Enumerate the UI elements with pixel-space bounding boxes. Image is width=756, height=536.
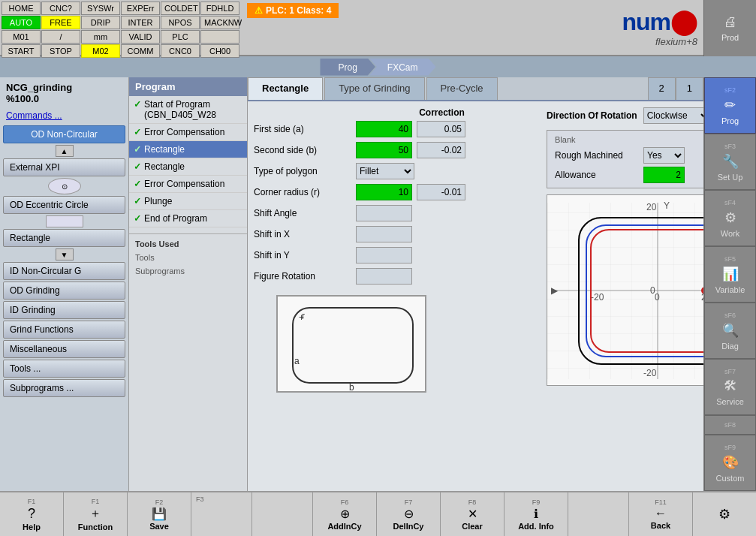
- btn-external-xpi[interactable]: External XPI: [3, 158, 125, 176]
- btn-plc[interactable]: PLC: [161, 30, 200, 44]
- btn-fdhld[interactable]: FDHLD: [200, 2, 239, 15]
- subprograms-label: Subprograms: [129, 264, 247, 278]
- btn-syswr[interactable]: SYSWr: [81, 2, 120, 15]
- figure-rotation-input[interactable]: [356, 268, 412, 285]
- program-item-3[interactable]: ✓ Rectangle: [129, 158, 247, 176]
- breadcrumb-prog[interactable]: Prog: [320, 59, 375, 76]
- btn-experr[interactable]: EXPErr: [121, 2, 160, 15]
- tab-pre-cycle[interactable]: Pre-Cycle: [426, 77, 498, 100]
- btn-start[interactable]: START: [2, 44, 41, 58]
- btn-tools[interactable]: Tools ...: [3, 360, 125, 378]
- first-side-input[interactable]: [356, 121, 412, 137]
- program-item-6[interactable]: ✓ End of Program: [129, 210, 247, 227]
- btn-free[interactable]: FREE: [41, 16, 80, 29]
- btn-back[interactable]: F11 ← Back: [629, 492, 693, 536]
- btn-help[interactable]: F1 ? Help: [0, 492, 64, 536]
- btn-home[interactable]: HOME: [2, 2, 41, 15]
- tab-type-grinding[interactable]: Type of Grinding: [324, 77, 424, 100]
- second-side-input[interactable]: [356, 142, 412, 158]
- rsb-btn-custom[interactable]: sF9 🎨 Custom: [704, 435, 756, 491]
- btn-ch00[interactable]: CH00: [200, 44, 239, 58]
- tab-number-2[interactable]: 2: [648, 77, 676, 100]
- program-item-0[interactable]: ✓ Start of Program (CBN_D405_W28: [129, 96, 247, 124]
- shift-angle-label: Shift Angle: [254, 208, 351, 218]
- btn-settings[interactable]: ⚙: [693, 492, 756, 536]
- program-item-2[interactable]: ✓ Rectangle: [129, 141, 247, 158]
- bottom-toolbar: F1 ? Help F1 ＋ Function F2 💾 Save F3 F6 …: [0, 491, 756, 536]
- rect-shape-btn[interactable]: [46, 215, 83, 227]
- btn-miscellaneous[interactable]: Miscellaneous: [3, 340, 125, 358]
- rough-machined-select[interactable]: Yes No: [643, 147, 685, 164]
- shift-x-input[interactable]: [356, 226, 412, 242]
- tab-rectangle[interactable]: Rectangle: [248, 77, 323, 100]
- btn-cnc0[interactable]: CNC0: [161, 44, 200, 58]
- shift-angle-input[interactable]: [356, 205, 412, 221]
- rsb-btn-service[interactable]: sF7 🛠 Service: [704, 359, 756, 415]
- shift-x-label: Shift in X: [254, 229, 351, 239]
- rsb-btn-variable[interactable]: sF5 📊 Variable: [704, 246, 756, 303]
- btn-macknw[interactable]: MACKNW: [200, 16, 239, 29]
- btn-drip[interactable]: DRIP: [81, 16, 120, 29]
- tools-label: Tools: [129, 251, 247, 264]
- commands-label[interactable]: Commands ...: [3, 109, 125, 122]
- btn-addincy[interactable]: F6 ⊕ AddInCy: [313, 492, 377, 536]
- nav-down-btn[interactable]: ▼: [56, 248, 74, 260]
- allowance-input[interactable]: [643, 167, 685, 183]
- rsb-btn-work[interactable]: sF4 ⚙ Work: [704, 190, 756, 246]
- rsb-btn-diag[interactable]: sF6 🔍 Diag: [704, 303, 756, 359]
- btn-auto[interactable]: AUTO: [2, 16, 41, 29]
- btn-comm[interactable]: COMM: [121, 44, 160, 58]
- btn-mm[interactable]: mm: [81, 30, 120, 44]
- btn-clear[interactable]: F8 ✕ Clear: [441, 492, 505, 536]
- second-side-correction[interactable]: [417, 142, 465, 158]
- btn-slash[interactable]: /: [41, 30, 80, 44]
- rsb-btn-setup[interactable]: sF3 🔧 Set Up: [704, 134, 756, 190]
- first-side-correction[interactable]: [417, 121, 465, 137]
- btn-function[interactable]: F1 ＋ Function: [64, 492, 128, 536]
- svg-text:-20: -20: [591, 292, 604, 303]
- program-item-1[interactable]: ✓ Error Compensation: [129, 124, 247, 141]
- program-item-4[interactable]: ✓ Error Compensation: [129, 176, 247, 193]
- btn-m02[interactable]: M02: [81, 44, 120, 58]
- btn-f3-empty: F3: [191, 492, 252, 536]
- btn-stop[interactable]: STOP: [41, 44, 80, 58]
- btn-m01[interactable]: M01: [2, 30, 41, 44]
- btn-save[interactable]: F2 💾 Save: [128, 492, 191, 536]
- shape-preview: + r a b: [276, 295, 426, 393]
- btn-inter[interactable]: INTER: [121, 16, 160, 29]
- btn-add-info[interactable]: F9 ℹ Add. Info: [505, 492, 568, 536]
- rsb-btn-prod[interactable]: 🖨 Prod: [703, 0, 756, 56]
- shift-x-row: Shift in X: [254, 226, 539, 242]
- corner-radius-input[interactable]: [356, 184, 412, 200]
- check-icon-4: ✓: [134, 179, 141, 189]
- btn-delincy[interactable]: F7 ⊖ DelInCy: [377, 492, 441, 536]
- btn-od-non-circular[interactable]: OD Non-Circular: [3, 125, 125, 143]
- btn-od-eccentric-circle[interactable]: OD Eccentric Circle: [3, 196, 125, 214]
- corner-radius-correction[interactable]: [417, 184, 465, 200]
- btn-coldet[interactable]: COLDET: [161, 2, 200, 15]
- btn-id-grinding[interactable]: ID Grinding: [3, 301, 125, 319]
- custom-rsb-icon: 🎨: [722, 454, 739, 471]
- program-item-5[interactable]: ✓ Plunge: [129, 193, 247, 210]
- type-polygon-row: Type of polygon Fillet Chamfer None: [254, 163, 539, 179]
- btn-grind-functions[interactable]: Grind Functions: [3, 321, 125, 339]
- btn-f10-empty: [568, 492, 629, 536]
- shift-y-input[interactable]: [356, 247, 412, 263]
- btn-valid[interactable]: VALID: [121, 30, 160, 44]
- btn-od-grinding[interactable]: OD Grinding: [3, 282, 125, 300]
- nav-up-btn[interactable]: ▲: [56, 145, 74, 157]
- direction-select[interactable]: Clockwise Counter-CW: [643, 107, 703, 124]
- btn-id-non-circular[interactable]: ID Non-Circular G: [3, 262, 125, 280]
- btn-npos[interactable]: NPOS: [161, 16, 200, 29]
- btn-subprograms[interactable]: Subprograms ...: [3, 379, 125, 397]
- type-polygon-select[interactable]: Fillet Chamfer None: [356, 163, 414, 179]
- breadcrumb-fxcam[interactable]: FXCam: [369, 59, 436, 76]
- content-area: Rectangle Type of Grinding Pre-Cycle 2 1…: [248, 77, 703, 491]
- rsb-btn-prog[interactable]: sF2 ✏ Prog: [704, 77, 756, 134]
- rsb-btn-sf8[interactable]: sF8: [704, 415, 756, 435]
- btn-cnc[interactable]: CNC?: [41, 2, 80, 15]
- btn-rectangle[interactable]: Rectangle: [3, 229, 125, 247]
- circle-shape-btn[interactable]: ⊙: [48, 178, 81, 194]
- tab-number-1[interactable]: 1: [676, 77, 703, 100]
- work-rsb-label: Work: [721, 229, 739, 238]
